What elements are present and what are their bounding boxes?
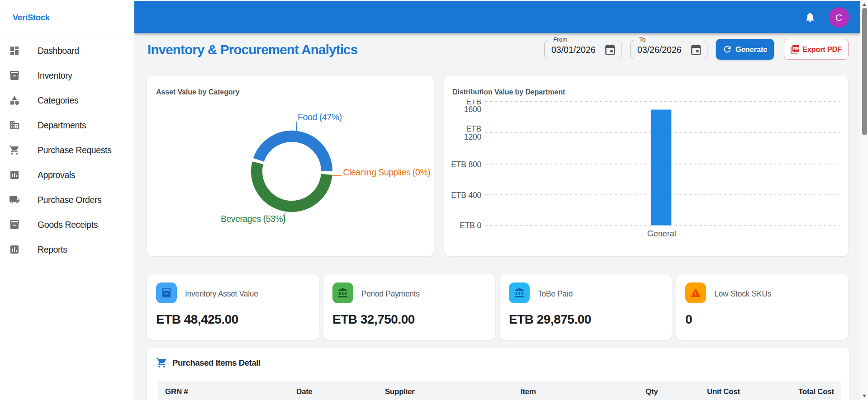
svg-text:1600: 1600 [464, 105, 482, 114]
svg-text:Food (47%): Food (47%) [298, 112, 342, 122]
svg-text:ETB 0: ETB 0 [460, 221, 481, 230]
svg-text:ETB 800: ETB 800 [451, 160, 481, 169]
svg-text:ETB: ETB [466, 124, 481, 133]
svg-text:ETB 400: ETB 400 [451, 191, 481, 200]
svg-text:Cleaning Supplies (0%): Cleaning Supplies (0%) [343, 167, 431, 177]
svg-text:General: General [647, 229, 676, 238]
svg-text:1200: 1200 [464, 132, 482, 141]
svg-text:Beverages (53%): Beverages (53%) [221, 214, 285, 224]
